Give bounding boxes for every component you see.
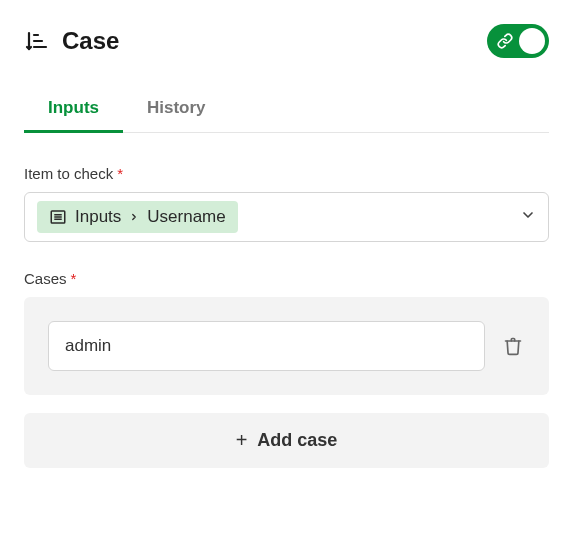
cases-list bbox=[24, 297, 549, 395]
case-row bbox=[48, 321, 525, 371]
tabs: Inputs History bbox=[24, 86, 549, 133]
chip-source: Inputs bbox=[75, 207, 121, 227]
list-icon bbox=[49, 208, 67, 226]
dropdown-content: Inputs Username bbox=[37, 201, 238, 233]
value-chip: Inputs Username bbox=[37, 201, 238, 233]
case-icon bbox=[24, 29, 48, 53]
tab-history[interactable]: History bbox=[123, 86, 230, 133]
chip-field: Username bbox=[147, 207, 225, 227]
case-value-input[interactable] bbox=[48, 321, 485, 371]
link-toggle[interactable] bbox=[487, 24, 549, 58]
header-left: Case bbox=[24, 27, 119, 55]
cases-label: Cases * bbox=[24, 270, 549, 287]
item-to-check-label: Item to check * bbox=[24, 165, 549, 182]
delete-case-button[interactable] bbox=[501, 334, 525, 358]
trash-icon bbox=[503, 336, 523, 356]
cases-label-text: Cases bbox=[24, 270, 67, 287]
plus-icon: + bbox=[236, 429, 248, 452]
link-icon bbox=[497, 33, 513, 49]
add-case-label: Add case bbox=[257, 430, 337, 451]
required-mark: * bbox=[71, 270, 77, 287]
tab-inputs[interactable]: Inputs bbox=[24, 86, 123, 133]
add-case-button[interactable]: + Add case bbox=[24, 413, 549, 468]
header: Case bbox=[24, 24, 549, 58]
toggle-knob bbox=[519, 28, 545, 54]
item-to-check-dropdown[interactable]: Inputs Username bbox=[24, 192, 549, 242]
chevron-right-icon bbox=[129, 210, 139, 224]
item-to-check-label-text: Item to check bbox=[24, 165, 113, 182]
required-mark: * bbox=[117, 165, 123, 182]
page-title: Case bbox=[62, 27, 119, 55]
chevron-down-icon bbox=[520, 207, 536, 227]
